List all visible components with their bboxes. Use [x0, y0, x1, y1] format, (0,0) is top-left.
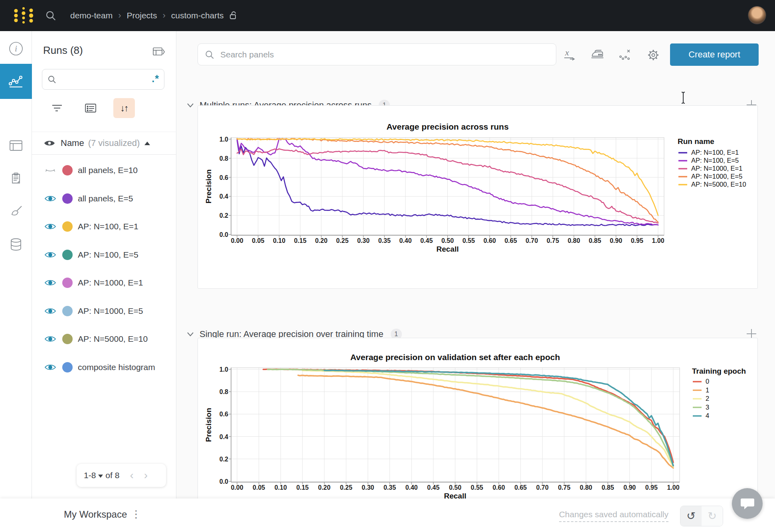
main-content: x	[176, 31, 775, 532]
run-name[interactable]: AP: N=100, E=5	[78, 250, 138, 260]
display-settings-icon[interactable]	[80, 98, 101, 118]
svg-text:0.30: 0.30	[362, 484, 374, 491]
runs-sort-column[interactable]: Name	[61, 138, 84, 148]
settings-gear-icon[interactable]	[645, 47, 661, 63]
panel-search-input[interactable]	[219, 49, 550, 60]
svg-text:Training epoch: Training epoch	[692, 367, 746, 375]
run-name[interactable]: AP: N=1000, E=1	[78, 278, 143, 288]
run-name[interactable]: all panels, E=10	[78, 166, 138, 175]
sort-button[interactable]: ↓↑	[113, 98, 135, 118]
broom-icon[interactable]	[0, 195, 32, 227]
svg-text:0.2: 0.2	[219, 212, 228, 219]
svg-text:0.85: 0.85	[601, 484, 614, 491]
global-search-icon[interactable]	[45, 10, 57, 22]
svg-text:0.20: 0.20	[318, 484, 330, 491]
svg-text:0.90: 0.90	[623, 484, 636, 491]
undo-button[interactable]: ↺	[680, 506, 702, 526]
run-visibility-toggle[interactable]	[44, 279, 57, 287]
svg-text:0.65: 0.65	[514, 484, 527, 491]
eye-open-icon	[44, 335, 56, 343]
svg-text:Precision: Precision	[204, 169, 213, 204]
autosave-status[interactable]: Changes saved automatically	[559, 510, 668, 522]
user-avatar[interactable]	[748, 6, 766, 24]
run-row[interactable]: AP: N=1000, E=1	[32, 269, 176, 297]
eye-open-icon	[44, 307, 56, 315]
smoothing-iron-icon[interactable]	[589, 47, 605, 63]
sort-ascending-caret-icon	[144, 142, 150, 145]
next-page-button[interactable]: ›	[144, 470, 148, 481]
workspace-menu-kebab-icon[interactable]: ⋮	[131, 508, 141, 520]
bottom-bar: My Workspace ⋮ Changes saved automatical…	[0, 499, 775, 532]
run-visibility-toggle[interactable]	[44, 223, 57, 231]
svg-text:1.00: 1.00	[667, 484, 679, 491]
svg-text:AP: N=1000, E=1: AP: N=1000, E=1	[691, 165, 742, 172]
prev-page-button[interactable]: ‹	[130, 470, 133, 481]
run-row[interactable]: all panels, E=5	[32, 185, 176, 213]
run-row[interactable]: all panels, E=10	[32, 156, 176, 185]
panel-search-box	[198, 43, 556, 65]
svg-text:AP: N=5000, E=10: AP: N=5000, E=10	[691, 181, 746, 188]
create-report-button[interactable]: Create report	[670, 43, 759, 66]
line-chart-icon[interactable]	[0, 64, 32, 99]
run-row[interactable]: AP: N=5000, E=10	[32, 325, 176, 353]
svg-text:0.00: 0.00	[231, 484, 243, 491]
breadcrumb-projects[interactable]: Projects	[127, 11, 157, 20]
svg-text:0.90: 0.90	[610, 237, 622, 244]
runs-pagination: 1-8 of 8 ‹ ›	[77, 464, 166, 487]
svg-text:0.60: 0.60	[492, 484, 505, 491]
run-visibility-toggle[interactable]	[44, 166, 57, 174]
run-name[interactable]: AP: N=100, E=1	[78, 222, 138, 231]
chat-bubble-icon	[740, 497, 755, 510]
svg-text:0.95: 0.95	[645, 484, 658, 491]
svg-text:Recall: Recall	[437, 245, 459, 253]
svg-text:0.0: 0.0	[219, 478, 228, 485]
chart-average-precision-across-runs: 0.000.050.100.150.200.250.300.350.400.45…	[198, 106, 757, 288]
run-row[interactable]: composite histogram	[32, 353, 176, 382]
run-row[interactable]: AP: N=100, E=1	[32, 213, 176, 241]
svg-text:x: x	[565, 47, 569, 57]
run-color-dot	[62, 221, 73, 232]
svg-text:0: 0	[706, 378, 709, 385]
run-visibility-toggle[interactable]	[44, 307, 57, 315]
filter-icon[interactable]	[46, 98, 68, 118]
panel-card-average-precision-across-runs[interactable]: 0.000.050.100.150.200.250.300.350.400.45…	[198, 105, 758, 289]
outliers-scatter-icon[interactable]	[617, 47, 633, 63]
help-chat-button[interactable]	[732, 488, 763, 519]
info-icon[interactable]: i	[0, 33, 32, 65]
run-visibility-toggle[interactable]	[44, 251, 57, 259]
chevron-down-icon[interactable]	[187, 103, 194, 108]
redo-button[interactable]: ↻	[702, 506, 723, 526]
database-icon[interactable]	[0, 229, 32, 260]
svg-text:0.20: 0.20	[315, 237, 327, 244]
breadcrumb-project[interactable]: custom-charts	[171, 11, 224, 20]
run-name[interactable]: all panels, E=5	[78, 194, 133, 203]
run-color-dot	[62, 250, 73, 260]
svg-text:0.6: 0.6	[219, 411, 228, 418]
wandb-logo-icon[interactable]	[10, 5, 38, 26]
left-icon-rail: i	[0, 31, 32, 532]
run-visibility-toggle[interactable]	[44, 195, 57, 203]
svg-text:0.80: 0.80	[580, 484, 592, 491]
page-range-dropdown[interactable]: 1-8 of 8	[84, 471, 119, 480]
run-row[interactable]: AP: N=1000, E=5	[32, 297, 176, 325]
x-axis-settings-icon[interactable]: x	[561, 47, 577, 63]
table-icon[interactable]	[0, 130, 32, 162]
run-visibility-toggle[interactable]	[44, 363, 57, 371]
search-icon	[204, 49, 215, 60]
eye-open-icon	[44, 363, 56, 371]
clipboard-icon[interactable]	[0, 163, 32, 195]
chevron-down-icon[interactable]	[187, 332, 194, 337]
run-name[interactable]: AP: N=1000, E=5	[78, 306, 143, 316]
breadcrumb-team[interactable]: demo-team	[70, 11, 113, 20]
run-color-dot	[62, 193, 73, 204]
runs-search-input[interactable]	[61, 75, 152, 85]
run-row[interactable]: AP: N=100, E=5	[32, 241, 176, 269]
expand-runs-table-button[interactable]	[153, 47, 165, 57]
run-name[interactable]: AP: N=5000, E=10	[78, 334, 148, 344]
run-name[interactable]: composite histogram	[78, 363, 155, 372]
workspace-name[interactable]: My Workspace	[64, 509, 127, 520]
runs-list-header[interactable]: Name (7 visualized)	[32, 132, 176, 155]
regex-toggle[interactable]: .*	[152, 74, 159, 84]
run-visibility-toggle[interactable]	[44, 335, 57, 343]
svg-text:AP: N=1000, E=5: AP: N=1000, E=5	[691, 173, 742, 180]
